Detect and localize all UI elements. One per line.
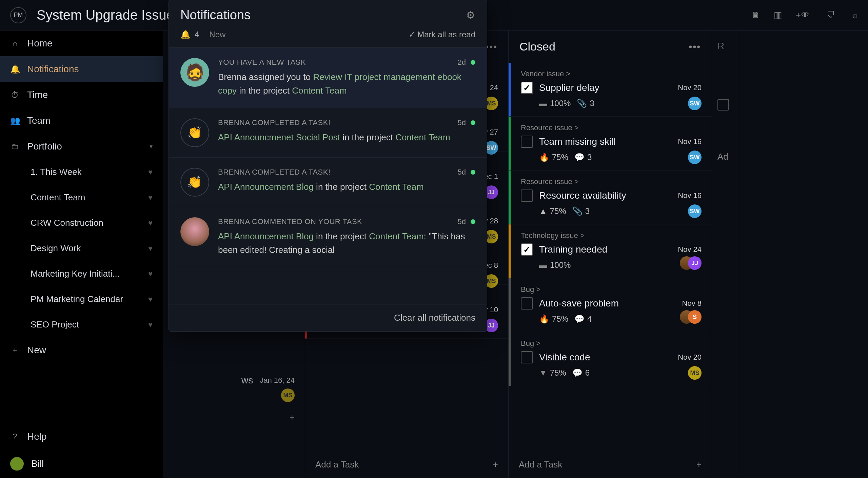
sidebar-item-label: Portfolio <box>27 141 62 152</box>
notification-type: BRENNA COMPLETED A TASK! <box>218 118 331 127</box>
unread-dot-icon <box>471 60 475 65</box>
avatar: SW <box>688 204 702 218</box>
bell-icon: 🔔 <box>180 30 191 39</box>
card-title: Team missing skill <box>539 136 672 147</box>
card-breadcrumb: Resource issue > <box>521 177 702 186</box>
notification-text: API Announcement Blog in the project Con… <box>218 230 475 257</box>
team-icon: 👥 <box>10 116 20 125</box>
sidebar-item-portfolio[interactable]: 🗀 Portfolio ▾ <box>0 134 163 159</box>
sidebar-help[interactable]: ? Help <box>0 424 163 450</box>
task-card[interactable]: Vendor issue >Supplier delayNov 20▬ 100%… <box>509 63 712 117</box>
add-task-button[interactable]: Add a Task + <box>509 451 712 478</box>
task-card[interactable]: Bug >Auto-save problemNov 8🔥 75%💬 4S <box>509 278 712 332</box>
sidebar-user[interactable]: Bill <box>0 450 163 478</box>
notification-time: 2d <box>458 58 466 67</box>
add-task-button[interactable]: + <box>163 404 305 431</box>
heart-icon[interactable]: ♥ <box>148 219 153 227</box>
heart-icon[interactable]: ♥ <box>148 295 153 304</box>
checkbox[interactable] <box>521 351 533 363</box>
notification-item[interactable]: BRENNA COMMENTED ON YOUR TASK5dAPI Annou… <box>169 207 487 267</box>
heart-icon[interactable]: ♥ <box>148 270 153 278</box>
sidebar-project-content[interactable]: Content Team♥ <box>0 185 163 210</box>
card-date: Nov 20 <box>678 353 702 362</box>
card-breadcrumb: Bug > <box>521 339 702 348</box>
notification-time: 5d <box>458 168 466 177</box>
card-date: Nov 24 <box>678 245 702 254</box>
notifications-new-tab[interactable]: New <box>209 30 225 39</box>
clap-icon: 👏 <box>180 118 209 147</box>
unread-dot-icon <box>471 170 475 175</box>
notification-type: BRENNA COMMENTED ON YOUR TASK <box>218 217 362 226</box>
plus-icon[interactable]: + <box>796 10 801 20</box>
sidebar-project-thisweek[interactable]: 1. This Week♥ <box>0 159 163 185</box>
card-breadcrumb: Resource issue > <box>521 123 702 132</box>
checkbox[interactable] <box>521 297 533 310</box>
column-title: Closed <box>519 40 555 53</box>
sidebar-item-notifications[interactable]: 🔔 Notifications <box>0 56 163 82</box>
column-closed: Closed ••• Vendor issue >Supplier delayN… <box>509 31 712 478</box>
sidebar-project-pmcal[interactable]: PM Marketing Calendar♥ <box>0 286 163 312</box>
chevron-down-icon: ▾ <box>150 143 153 150</box>
sidebar-project-marketing[interactable]: Marketing Key Initiati...♥ <box>0 261 163 286</box>
doc-icon[interactable]: 🗎 <box>751 10 760 20</box>
notification-item[interactable]: 👏BRENNA COMPLETED A TASK!5dAPI Announcme… <box>169 108 487 158</box>
column-menu-icon[interactable]: ••• <box>689 41 701 52</box>
stat: ▬ 100% <box>539 260 571 270</box>
task-card[interactable]: Resource issue >Team missing skillNov 16… <box>509 117 712 171</box>
notification-type: BRENNA COMPLETED A TASK! <box>218 168 331 177</box>
app-logo[interactable]: PM <box>10 7 26 23</box>
sidebar-project-crw[interactable]: CRW Construction♥ <box>0 210 163 236</box>
stat: 💬 4 <box>574 314 592 324</box>
heart-icon[interactable]: ♥ <box>148 244 153 253</box>
heart-icon[interactable]: ♥ <box>148 193 153 202</box>
briefcase-icon: 🗀 <box>10 142 20 151</box>
sidebar-item-team[interactable]: 👥 Team <box>0 108 163 134</box>
panel-icon[interactable]: ▥ <box>774 10 782 20</box>
card-date: Nov 8 <box>682 299 702 308</box>
plus-icon: + <box>493 459 498 470</box>
notification-time: 5d <box>458 217 466 226</box>
card-title: Visible code <box>539 352 672 363</box>
task-card[interactable]: Bug >Visible codeNov 20▼ 75%💬 6MS <box>509 332 712 386</box>
checkbox[interactable] <box>521 190 533 202</box>
notification-text: Brenna assigned you to Review IT project… <box>218 70 475 98</box>
checkbox[interactable] <box>717 99 729 111</box>
task-card[interactable]: Technology issue >Training neededNov 24▬… <box>509 224 712 278</box>
sidebar-new[interactable]: + New <box>0 337 163 363</box>
sidebar: ⌂ Home 🔔 Notifications ⏱ Time 👥 Team 🗀 P… <box>0 31 163 478</box>
avatar: MS <box>281 389 295 402</box>
avatar-icon: 🧔 <box>180 58 209 87</box>
card-title: Training needed <box>539 244 672 255</box>
add-task-button[interactable]: Add a Task + <box>305 451 508 478</box>
column-next-stub: R Ad <box>712 31 739 478</box>
clear-all-button[interactable]: Clear all notifications <box>169 304 487 331</box>
heart-icon[interactable]: ♥ <box>148 168 153 177</box>
sidebar-item-home[interactable]: ⌂ Home <box>0 31 163 56</box>
sidebar-project-seo[interactable]: SEO Project♥ <box>0 312 163 337</box>
heart-icon[interactable]: ♥ <box>148 320 153 329</box>
sidebar-project-design[interactable]: Design Work♥ <box>0 236 163 261</box>
stat: 💬 3 <box>574 153 592 162</box>
plus-icon: + <box>10 345 20 355</box>
plus-icon: + <box>290 412 295 423</box>
checkbox[interactable] <box>521 243 533 256</box>
notification-item[interactable]: 👏BRENNA COMPLETED A TASK!5dAPI Announcem… <box>169 158 487 207</box>
checkbox[interactable] <box>521 136 533 148</box>
card-breadcrumb: Vendor issue > <box>521 69 702 78</box>
search-icon[interactable]: ⌕ <box>852 10 858 20</box>
eye-icon[interactable]: 👁 <box>801 10 810 20</box>
gear-icon[interactable]: ⚙ <box>466 9 475 21</box>
notification-item[interactable]: 🧔YOU HAVE A NEW TASK2dBrenna assigned yo… <box>169 48 487 108</box>
card-title: Resource availability <box>539 190 672 201</box>
task-card[interactable]: Resource issue >Resource availabilityNov… <box>509 171 712 224</box>
sidebar-item-time[interactable]: ⏱ Time <box>0 82 163 108</box>
sidebar-item-label: Team <box>27 115 50 126</box>
card-date: Nov 16 <box>678 191 702 200</box>
unread-dot-icon <box>471 219 475 224</box>
checkbox[interactable] <box>521 82 533 94</box>
avatar: JJ <box>688 256 702 270</box>
avatar: S <box>688 310 702 324</box>
filter-icon[interactable]: ⛉ <box>827 10 835 20</box>
mark-all-read-button[interactable]: ✓ Mark all as read <box>409 30 475 39</box>
notification-text: API Announcement Blog in the project Con… <box>218 180 475 194</box>
